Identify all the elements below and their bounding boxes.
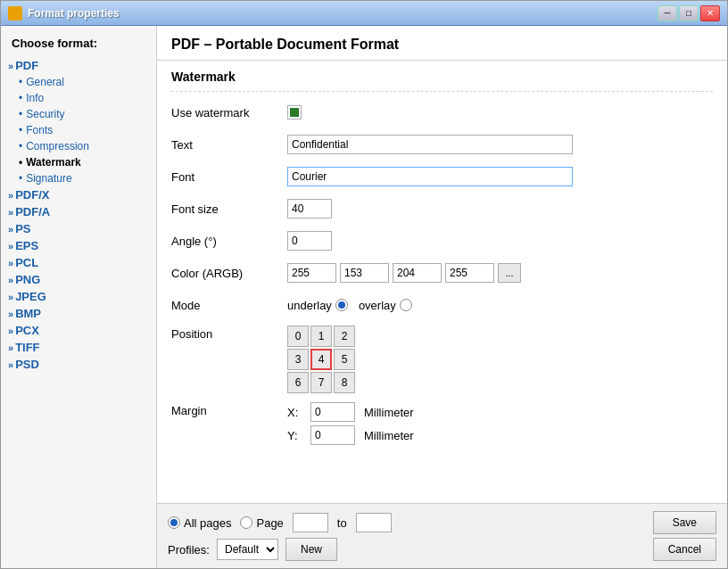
page-range-option[interactable]: Page <box>240 516 283 530</box>
sidebar-group-psd[interactable]: » PSD <box>1 356 156 373</box>
sidebar: Choose format: » PDF • General • Info • … <box>1 26 157 568</box>
pos-btn-5[interactable]: 5 <box>334 349 355 370</box>
use-watermark-control <box>287 105 302 120</box>
margin-x-unit: Millimeter <box>364 406 414 419</box>
sidebar-item-watermark-label: Watermark <box>26 156 81 169</box>
arrow-icon-pcx: » <box>8 326 13 336</box>
use-watermark-label: Use watermark <box>171 106 287 120</box>
maximize-button[interactable]: □ <box>679 5 699 21</box>
angle-label: Angle (°) <box>171 235 287 248</box>
arrow-icon-tiff: » <box>8 342 13 353</box>
mode-row: Mode underlay overlay <box>171 293 713 317</box>
sidebar-item-info-label: Info <box>26 92 44 104</box>
all-pages-label: All pages <box>184 516 231 530</box>
arrow-icon: » <box>8 61 13 71</box>
sidebar-item-signature[interactable]: • Signature <box>1 170 156 186</box>
sidebar-group-pdf-label: PDF <box>15 59 38 72</box>
sidebar-group-pcx-label: PCX <box>15 324 39 337</box>
color-r-input[interactable] <box>340 263 389 283</box>
sidebar-item-compression[interactable]: • Compression <box>1 138 156 154</box>
pos-btn-4[interactable]: 4 <box>310 349 332 370</box>
color-g-input[interactable] <box>393 263 442 283</box>
minimize-button[interactable]: ─ <box>658 5 677 21</box>
use-watermark-checkbox[interactable] <box>287 105 302 120</box>
profiles-select[interactable]: Default <box>217 539 278 560</box>
angle-input[interactable] <box>287 231 332 251</box>
page-from-input[interactable] <box>293 513 328 532</box>
sidebar-group-bmp-label: BMP <box>15 307 41 320</box>
all-pages-option[interactable]: All pages <box>168 516 231 530</box>
sidebar-group-jpeg[interactable]: » JPEG <box>1 288 156 305</box>
position-grid: 0 1 2 3 4 5 6 7 8 <box>287 326 355 393</box>
mode-control: underlay overlay <box>287 299 412 312</box>
sidebar-group-pdfx-label: PDF/X <box>15 188 49 202</box>
sidebar-group-pdfx[interactable]: » PDF/X <box>1 186 156 203</box>
sidebar-group-eps-label: EPS <box>15 239 38 252</box>
sidebar-group-pdfa[interactable]: » PDF/A <box>1 203 156 220</box>
font-row: Font <box>171 165 713 188</box>
font-size-input[interactable] <box>287 199 332 219</box>
sidebar-item-security[interactable]: • Security <box>1 106 156 122</box>
close-button[interactable]: ✕ <box>700 5 720 21</box>
color-a-input[interactable] <box>287 263 336 283</box>
sidebar-group-pcx[interactable]: » PCX <box>1 322 156 339</box>
page-to-input[interactable] <box>356 513 392 532</box>
pos-btn-2[interactable]: 2 <box>334 326 355 347</box>
pos-btn-3[interactable]: 3 <box>287 349 309 370</box>
sidebar-item-signature-label: Signature <box>26 172 71 185</box>
sidebar-group-pdfa-label: PDF/A <box>15 205 50 219</box>
page-range-radio[interactable] <box>240 516 252 529</box>
to-label: to <box>337 516 347 530</box>
new-button[interactable]: New <box>285 538 337 561</box>
margin-x-row: X: Millimeter <box>287 402 414 422</box>
pos-btn-6[interactable]: 6 <box>287 372 309 393</box>
color-b-input[interactable] <box>445 263 494 283</box>
overlay-radio[interactable] <box>400 299 412 311</box>
sidebar-item-watermark[interactable]: • Watermark <box>1 154 156 170</box>
underlay-radio[interactable] <box>335 299 348 311</box>
bottom-right: Save Cancel <box>642 504 727 568</box>
angle-control <box>287 231 332 251</box>
save-button[interactable]: Save <box>653 511 716 534</box>
sidebar-item-security-label: Security <box>26 108 64 120</box>
sidebar-group-ps[interactable]: » PS <box>1 220 156 237</box>
position-control: 0 1 2 3 4 5 6 7 8 <box>287 326 355 393</box>
color-picker-button[interactable]: ... <box>498 263 521 283</box>
pos-btn-1[interactable]: 1 <box>310 326 332 347</box>
sidebar-group-png[interactable]: » PNG <box>1 271 156 288</box>
sidebar-title: Choose format: <box>1 33 156 57</box>
sidebar-group-pcl[interactable]: » PCL <box>1 254 156 271</box>
content-area: Choose format: » PDF • General • Info • … <box>1 26 727 568</box>
pos-btn-8[interactable]: 8 <box>334 372 355 393</box>
pos-btn-7[interactable]: 7 <box>310 372 332 393</box>
use-watermark-row: Use watermark <box>171 101 713 124</box>
all-pages-radio[interactable] <box>168 516 180 529</box>
font-size-label: Font size <box>171 202 287 216</box>
sidebar-item-info[interactable]: • Info <box>1 90 156 106</box>
arrow-icon-jpeg: » <box>8 292 13 302</box>
sidebar-group-ps-label: PS <box>15 222 30 235</box>
arrow-icon-png: » <box>8 275 13 285</box>
sidebar-group-png-label: PNG <box>15 273 40 286</box>
angle-row: Angle (°) <box>171 229 713 252</box>
title-bar-buttons: ─ □ ✕ <box>658 5 720 21</box>
sidebar-item-fonts[interactable]: • Fonts <box>1 122 156 138</box>
sidebar-group-pdf[interactable]: » PDF <box>1 57 156 74</box>
font-input[interactable] <box>287 167 573 186</box>
margin-y-unit: Millimeter <box>364 429 414 442</box>
pos-btn-0[interactable]: 0 <box>287 326 309 347</box>
margin-x-input[interactable] <box>310 402 355 422</box>
sidebar-group-bmp[interactable]: » BMP <box>1 305 156 322</box>
sidebar-item-compression-label: Compression <box>26 140 89 153</box>
sidebar-group-tiff[interactable]: » TIFF <box>1 339 156 356</box>
margin-y-input[interactable] <box>310 425 355 445</box>
cancel-button[interactable]: Cancel <box>653 538 716 561</box>
margin-y-label: Y: <box>287 429 305 442</box>
mode-underlay-option[interactable]: underlay <box>287 299 348 312</box>
sidebar-group-eps[interactable]: » EPS <box>1 237 156 254</box>
text-input[interactable] <box>287 135 573 154</box>
window: Format properties ─ □ ✕ Choose format: »… <box>0 0 728 569</box>
mode-overlay-label: overlay <box>359 299 396 312</box>
mode-overlay-option[interactable]: overlay <box>359 299 412 312</box>
sidebar-item-general[interactable]: • General <box>1 74 156 90</box>
